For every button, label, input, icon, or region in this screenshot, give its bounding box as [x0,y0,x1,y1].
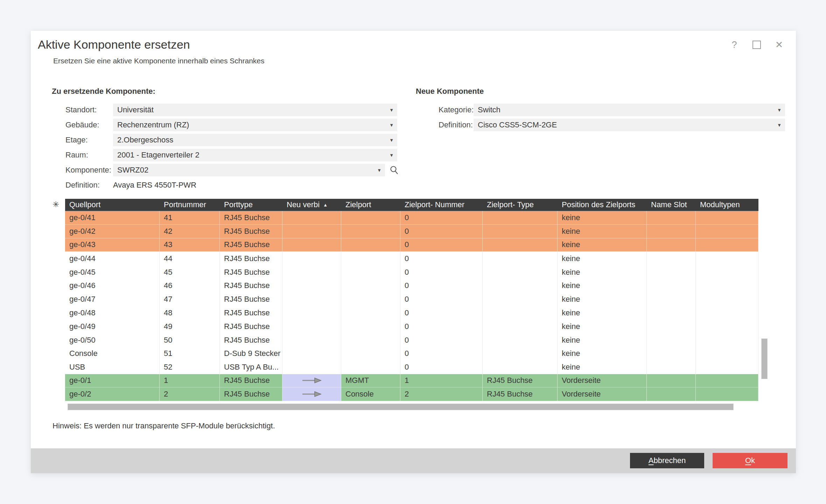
table-row[interactable]: ge-0/11RJ45 BuchseMGMT1RJ45 BuchseVorder… [65,374,758,388]
table-row[interactable]: ge-0/4646RJ45 Buchse0keine [65,279,758,293]
column-header[interactable]: Position des Zielports [558,199,647,211]
table-cell [282,211,341,225]
table-row[interactable]: ge-0/4545RJ45 Buchse0keine [65,265,758,279]
table-row[interactable]: ge-0/4848RJ45 Buchse0keine [65,306,758,320]
table-cell: ge-0/41 [65,211,160,225]
maximize-button[interactable] [752,40,762,50]
raum-dropdown[interactable]: 2001 - Etagenverteiler 2▼ [113,149,397,161]
table-cell: 0 [400,252,483,265]
table-cell: ge-0/44 [65,252,160,265]
gebaeude-dropdown[interactable]: Rechenzentrum (RZ)▼ [113,119,397,131]
form-row-raum: Raum:2001 - Etagenverteiler 2▼ [65,149,399,161]
table-cell: RJ45 Buchse [220,252,282,265]
cancel-button[interactable]: Abbrechen [630,453,704,468]
table-row[interactable]: ge-0/4141RJ45 Buchse0keine [65,211,758,225]
column-header[interactable]: Modultypen [696,199,758,211]
table-row[interactable]: ge-0/4343RJ45 Buchse0keine [65,238,758,252]
table-cell [483,238,558,252]
dialog-subtitle: Ersetzen Sie eine aktive Komponente inne… [53,57,265,65]
table-cell [696,252,758,265]
table-row[interactable]: ge-0/4949RJ45 Buchse0keine [65,320,758,333]
connect-arrow-icon [302,391,322,397]
kategorie-dropdown[interactable]: Switch▼ [474,104,785,116]
table-cell [647,306,696,320]
table-cell: ge-0/49 [65,320,160,333]
form-row-komponente: Komponente:SWRZ02▼ [65,164,399,176]
help-button[interactable]: ? [729,40,739,50]
table-cell [341,347,400,360]
table-cell [696,374,758,388]
close-button[interactable]: ✕ [774,40,784,50]
new-connection-cell [282,374,341,388]
ok-button[interactable]: Ok [713,453,788,468]
komponente-label: Komponente: [65,166,113,175]
table-cell: ge-0/50 [65,333,160,347]
table-row[interactable]: ge-0/4242RJ45 Buchse0keine [65,225,758,238]
table-row[interactable]: Console51D-Sub 9 Stecker0keine [65,347,758,360]
table-cell: keine [558,320,647,333]
column-header[interactable]: Zielport- Nummer [400,199,483,211]
table-cell: ge-0/43 [65,238,160,252]
table-cell [282,265,341,279]
standort-dropdown[interactable]: Universität▼ [113,104,397,116]
search-icon[interactable] [389,165,399,175]
ok-button-mnemonic: O [745,456,751,465]
chevron-down-icon: ▼ [389,107,394,113]
table-config-icon[interactable]: ✳ [52,201,59,209]
table-row[interactable]: ge-0/4747RJ45 Buchse0keine [65,293,758,306]
table-cell [341,293,400,306]
table-cell [647,320,696,333]
source-form-rows: Standort:Universität▼Gebäude:Rechenzentr… [52,104,399,191]
table-cell [483,252,558,265]
etage-label: Etage: [65,135,113,145]
kategorie-value: Switch [478,105,500,114]
standort-label: Standort: [65,105,113,114]
column-header[interactable]: Portnummer [160,199,220,211]
table-cell [282,360,341,374]
column-header[interactable]: Zielport- Type [483,199,558,211]
column-header[interactable]: Quellport [65,199,160,211]
table-cell: RJ45 Buchse [220,293,282,306]
table-cell: keine [558,211,647,225]
table-cell [483,279,558,293]
table-cell [341,211,400,225]
table-cell [696,387,758,401]
table-row[interactable]: ge-0/22RJ45 BuchseConsole2RJ45 BuchseVor… [65,387,758,401]
table-cell [282,306,341,320]
table-cell [341,320,400,333]
table-cell: 47 [160,293,220,306]
target-section-heading: Neue Komponente [416,87,785,96]
table-cell [282,293,341,306]
column-header[interactable]: Neu verbi▲ [282,199,341,211]
column-header[interactable]: Porttype [220,199,282,211]
table-cell [647,333,696,347]
table-cell: ge-0/46 [65,279,160,293]
table-cell: RJ45 Buchse [220,225,282,238]
column-header[interactable]: Zielport [341,199,400,211]
table-cell: 0 [400,360,483,374]
table-cell [696,238,758,252]
chevron-down-icon: ▼ [377,168,382,173]
table-row[interactable]: ge-0/5050RJ45 Buchse0keine [65,333,758,347]
table-cell [647,360,696,374]
table-row[interactable]: ge-0/4444RJ45 Buchse0keine [65,252,758,265]
komponente-dropdown[interactable]: SWRZ02▼ [113,164,385,176]
neu-definition-dropdown[interactable]: Cisco CSS5-SCM-2GE▼ [474,119,785,131]
table-cell: ge-0/47 [65,293,160,306]
form-row-definition: Definition:Avaya ERS 4550T-PWR [65,179,399,191]
etage-dropdown[interactable]: 2.Obergeschoss▼ [113,134,397,146]
table-cell [341,333,400,347]
table-cell: Vorderseite [558,374,647,388]
table-row[interactable]: USB52USB Typ A Bu...0keine [65,360,758,374]
table-cell: keine [558,306,647,320]
port-table: QuellportPortnummerPorttypeNeu verbi▲Zie… [65,199,758,401]
table-cell [282,347,341,360]
window-controls: ? ✕ [729,40,784,50]
form-row-neu-definition: Definition:Cisco CSS5-SCM-2GE▼ [439,119,785,131]
table-cell [696,293,758,306]
table-cell [696,279,758,293]
komponente-value: SWRZ02 [117,166,148,175]
column-header[interactable]: Name Slot [647,199,696,211]
horizontal-scrollbar-thumb[interactable] [68,404,734,410]
vertical-scrollbar-thumb[interactable] [761,338,768,379]
